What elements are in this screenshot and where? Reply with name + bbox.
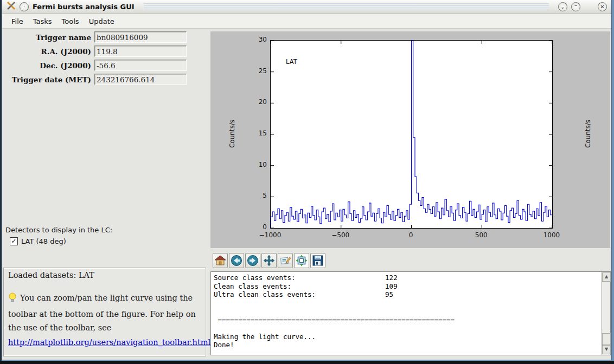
tip-text: You can zoom/pan the light curve using t… bbox=[8, 294, 196, 332]
light-curve-figure: Counts/s Counts/s LAT −1000−500050010000… bbox=[210, 31, 610, 248]
tick-label: 1000 bbox=[538, 231, 565, 239]
ylabel-right: Counts/s bbox=[584, 120, 592, 148]
trigger-date-label: Trigger date (MET) bbox=[4, 74, 91, 86]
tick-label: 5 bbox=[248, 192, 267, 199]
tick-label: 0 bbox=[248, 223, 267, 231]
lightbulb-icon bbox=[8, 292, 17, 308]
plot-toolbar bbox=[210, 251, 610, 270]
light-curve-svg bbox=[271, 41, 552, 228]
light-curve-line bbox=[271, 41, 552, 228]
tick-label: 20 bbox=[248, 98, 267, 106]
desktop-taskbar-sliver bbox=[0, 361, 614, 364]
save-icon bbox=[312, 255, 324, 266]
home-button[interactable] bbox=[213, 253, 228, 268]
info-panel: Loaded datasets: LAT You can zoom/pan th… bbox=[3, 268, 206, 356]
scrollbar-up-icon[interactable]: ▲ bbox=[602, 272, 611, 282]
tick-label: 500 bbox=[468, 231, 495, 239]
app-window: · Fermi bursts analysis GUI ⌄ ⌃ ✕ File T… bbox=[2, 0, 612, 361]
tick-label: 0 bbox=[398, 231, 425, 239]
series-label: LAT bbox=[286, 58, 297, 66]
tick-label: 30 bbox=[248, 36, 267, 43]
tick-label: 10 bbox=[248, 161, 267, 168]
app-icon bbox=[7, 1, 16, 12]
tick-label: 15 bbox=[248, 129, 267, 137]
window-title: Fermi bursts analysis GUI bbox=[33, 3, 135, 11]
zoom-button[interactable] bbox=[278, 253, 293, 268]
window-border-right bbox=[612, 0, 614, 361]
menu-update[interactable]: Update bbox=[84, 15, 119, 28]
save-button[interactable] bbox=[310, 253, 325, 268]
lat-checkbox-label: LAT (48 deg) bbox=[21, 237, 66, 245]
tick-label: −1000 bbox=[257, 231, 284, 239]
pan-button[interactable] bbox=[261, 253, 277, 268]
console-scrollbar[interactable]: ▲ ▼ bbox=[601, 272, 610, 355]
dec-field[interactable] bbox=[94, 60, 187, 71]
trigger-date-field[interactable] bbox=[94, 74, 187, 85]
zoom-icon bbox=[279, 255, 291, 266]
ra-label: R.A. (J2000) bbox=[4, 46, 91, 58]
subplots-icon bbox=[296, 255, 308, 266]
lat-checkbox[interactable]: ✓ bbox=[10, 237, 18, 245]
subplots-button[interactable] bbox=[294, 253, 309, 268]
detector-checkbox-row[interactable]: ✓ LAT (48 deg) bbox=[10, 237, 66, 245]
dec-label: Dec. (J2000) bbox=[4, 60, 91, 72]
back-button[interactable] bbox=[229, 253, 244, 268]
menu-file[interactable]: File bbox=[7, 15, 28, 28]
menu-tools[interactable]: Tools bbox=[57, 15, 84, 28]
console-output: Source class events: 122 Clean class eve… bbox=[211, 272, 610, 351]
close-button[interactable]: ✕ bbox=[598, 2, 607, 11]
menu-tasks[interactable]: Tasks bbox=[28, 15, 57, 28]
trigger-name-label: Trigger name bbox=[4, 31, 91, 44]
detectors-label: Detectors to display in the LC: bbox=[5, 226, 112, 234]
pan-icon bbox=[263, 255, 275, 266]
scrollbar-thumb[interactable] bbox=[602, 333, 611, 345]
console-panel[interactable]: Source class events: 122 Clean class eve… bbox=[210, 271, 611, 355]
tip-text-block: You can zoom/pan the light curve using t… bbox=[8, 291, 201, 349]
window-menu-icon[interactable]: · bbox=[20, 2, 29, 11]
tick-label: −500 bbox=[327, 231, 354, 239]
home-icon bbox=[214, 255, 226, 266]
forward-icon bbox=[247, 255, 259, 266]
minimize-button[interactable]: ⌄ bbox=[558, 2, 567, 11]
loaded-datasets-text: Loaded datasets: LAT bbox=[8, 271, 201, 280]
trigger-name-field[interactable] bbox=[94, 31, 187, 43]
tick-label: 25 bbox=[248, 67, 267, 75]
titlebar[interactable]: · Fermi bursts analysis GUI ⌄ ⌃ ✕ bbox=[2, 0, 611, 14]
ra-field[interactable] bbox=[94, 46, 187, 57]
screen: · Fermi bursts analysis GUI ⌄ ⌃ ✕ File T… bbox=[0, 0, 614, 364]
menubar: File Tasks Tools Update bbox=[2, 14, 611, 29]
forward-button[interactable] bbox=[245, 253, 260, 268]
titlebar-grip bbox=[144, 3, 549, 11]
plot-canvas[interactable]: LAT bbox=[270, 40, 553, 229]
matplotlib-toolbar-link[interactable]: http://matplotlib.org/users/navigation_t… bbox=[8, 336, 210, 349]
ylabel-left: Counts/s bbox=[228, 120, 236, 148]
back-icon bbox=[231, 255, 242, 266]
scrollbar-down-icon[interactable]: ▼ bbox=[602, 345, 611, 354]
maximize-button[interactable]: ⌃ bbox=[571, 2, 580, 11]
